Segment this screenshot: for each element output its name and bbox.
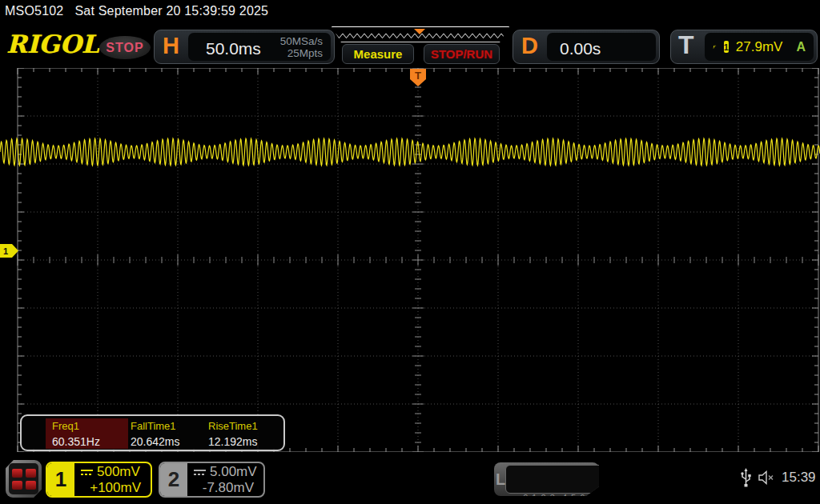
trigger-source-badge: 1 [724, 41, 729, 53]
channel1-scale: 500mV [97, 464, 140, 480]
stop-run-button[interactable]: STOP/RUN [424, 44, 500, 64]
delay-label: D [521, 33, 538, 59]
channel1-badge[interactable]: 1 500mV +100mV [46, 462, 152, 498]
measurement-name: RiseTime1 [208, 420, 284, 432]
timebase-value: 50.0ms [206, 39, 261, 58]
measurement-value: 12.192ms [208, 435, 284, 448]
channel2-scale: 5.00mV [210, 464, 257, 480]
usb-icon[interactable] [741, 468, 751, 487]
measurement-overlay[interactable]: Freq1 60.351Hz FallTime1 20.642ms RiseTi… [20, 414, 285, 451]
acquisition-status-label: STOP [106, 41, 143, 55]
channel1-number: 1 [47, 463, 74, 496]
channel2-offset: -7.80mV [194, 480, 257, 496]
model-name: MSO5102 [5, 4, 63, 18]
waveform-preview-strip[interactable] [332, 26, 509, 42]
delay-value: 0.00s [560, 39, 601, 58]
measurement-name: FallTime1 [131, 420, 207, 432]
logic-label: L [496, 470, 505, 489]
trigger-position-marker-label: T [415, 70, 421, 82]
trigger-level-value: 27.9mV [736, 39, 783, 55]
measure-button[interactable]: Measure [342, 44, 414, 64]
channel1-offset: +100mV [81, 480, 144, 496]
measurement-item[interactable]: FallTime1 20.642ms [131, 418, 207, 449]
grid-squares-icon [9, 463, 38, 494]
measure-button-label: Measure [354, 47, 403, 61]
acquisition-status-badge[interactable]: STOP [99, 36, 151, 59]
measurement-item[interactable]: RiseTime1 12.192ms [208, 418, 284, 449]
channel1-waveform [0, 138, 820, 166]
trigger-label: T [678, 30, 694, 60]
measurement-value: 60.351Hz [52, 435, 128, 448]
preview-trigger-marker[interactable] [414, 29, 425, 34]
horizontal-label: H [163, 33, 179, 59]
preview-zigzag [332, 27, 508, 42]
rigol-logo: RIGOL [6, 30, 99, 58]
titlebar: MSO5102Sat September 20 15:39:59 2025 [5, 4, 279, 18]
oscilloscope-screen: MSO5102Sat September 20 15:39:59 2025 RI… [0, 0, 820, 504]
channel2-number: 2 [160, 463, 187, 496]
speaker-muted-icon[interactable] [758, 470, 775, 485]
sample-rate: 50MSa/s [280, 35, 323, 47]
rising-edge-icon [713, 41, 717, 53]
status-area: 15:39 [741, 468, 816, 487]
memory-depth: 25Mpts [280, 47, 323, 59]
stop-run-button-label: STOP/RUN [431, 47, 492, 61]
dc-coupling-icon [81, 469, 93, 476]
channel1-ground-marker-label: 1 [3, 246, 8, 256]
graticule-waveform-area: T [0, 68, 820, 452]
datetime-text: Sat September 20 15:39:59 2025 [74, 4, 268, 18]
delay-panel[interactable]: D 0.00s [512, 30, 660, 64]
channel2-badge[interactable]: 2 5.00mV -7.80mV [159, 462, 265, 498]
measurement-value: 20.642ms [131, 435, 207, 448]
measurement-item[interactable]: Freq1 60.351Hz [46, 418, 128, 449]
logic-channels-badge[interactable]: L 0 1 2 3 4 5 6 7 8 9 10 11 12 13 14 15 [494, 462, 599, 496]
clock-text: 15:39 [782, 470, 816, 486]
sample-rate-block: 50MSa/s 25Mpts [280, 35, 323, 59]
trigger-panel[interactable]: T 1 27.9mV A [670, 30, 818, 64]
dc-coupling-icon [194, 469, 206, 476]
quick-menu-button[interactable] [6, 460, 42, 498]
logic-row-1: 0 1 2 3 4 5 6 7 [506, 491, 611, 504]
logic-channel-numbers: 0 1 2 3 4 5 6 7 8 9 10 11 12 13 14 15 [505, 465, 612, 494]
trigger-mode-indicator: A [796, 40, 806, 54]
measurement-name: Freq1 [52, 420, 128, 432]
horizontal-panel[interactable]: H 50.0ms 50MSa/s 25Mpts [154, 30, 335, 64]
